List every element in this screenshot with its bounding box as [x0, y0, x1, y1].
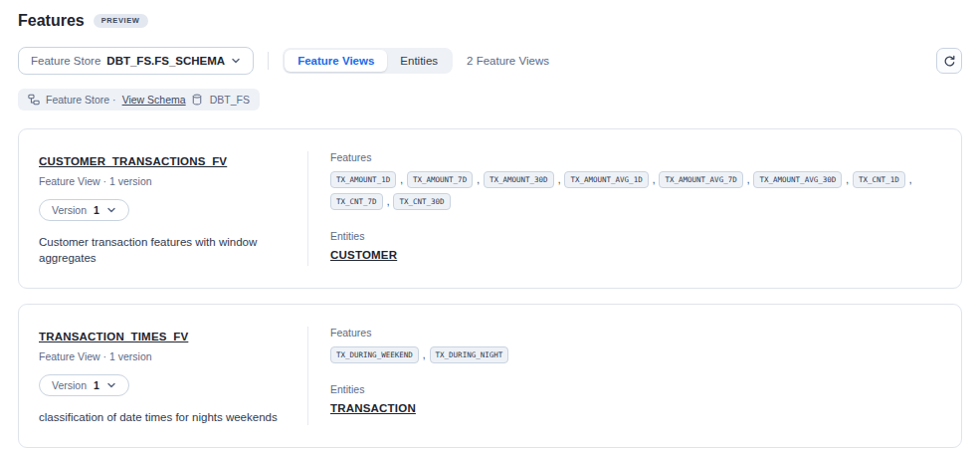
card-summary: CUSTOMER_TRANSACTIONS_FV Feature View · … — [39, 151, 307, 266]
feature-chip: TX_AMOUNT_30D — [484, 171, 554, 188]
feature-store-dropdown[interactable]: Feature Store DBT_FS.FS_SCHEMA — [18, 47, 254, 75]
feature-chip: TX_CNT_1D — [853, 171, 905, 188]
page-header: Features PREVIEW — [18, 10, 962, 32]
feature-view-link[interactable]: TRANSACTION_TIMES_FV — [39, 331, 188, 342]
entities-label: Entities — [330, 383, 941, 395]
version-dropdown[interactable]: Version 1 — [39, 374, 129, 396]
view-tabs: Feature Views Entities — [283, 48, 453, 74]
feature-chip-unit: TX_AMOUNT_7D, — [407, 171, 480, 188]
chip-separator: , — [846, 174, 849, 185]
feature-chip-unit: TX_CNT_30D — [393, 193, 450, 210]
feature-chip: TX_AMOUNT_AVG_7D — [659, 171, 742, 188]
tab-entities[interactable]: Entities — [387, 50, 451, 72]
toolbar: Feature Store DBT_FS.FS_SCHEMA Feature V… — [18, 47, 962, 75]
chip-separator: , — [747, 174, 750, 185]
view-schema-link[interactable]: View Schema — [122, 94, 186, 106]
feature-store-value: DBT_FS.FS_SCHEMA — [106, 55, 225, 67]
feature-store-label: Feature Store — [31, 55, 100, 67]
version-label: Version — [52, 204, 87, 216]
page-title: Features — [18, 12, 85, 30]
feature-chip-unit: TX_AMOUNT_30D, — [484, 171, 560, 188]
breadcrumb-database: DBT_FS — [210, 94, 250, 106]
feature-view-description: Customer transaction features with windo… — [39, 234, 288, 266]
version-dropdown[interactable]: Version 1 — [39, 199, 129, 221]
entities-label: Entities — [330, 230, 941, 242]
feature-view-link[interactable]: CUSTOMER_TRANSACTIONS_FV — [39, 155, 227, 167]
feature-view-description: classification of date times for nights … — [39, 409, 288, 425]
feature-chip-unit: TX_DURING_NIGHT — [430, 346, 509, 363]
refresh-button[interactable] — [936, 48, 962, 74]
tab-feature-views[interactable]: Feature Views — [285, 50, 387, 72]
version-label: Version — [52, 379, 87, 391]
chevron-down-icon — [106, 205, 116, 215]
chip-separator: , — [558, 174, 561, 185]
feature-view-card: TRANSACTION_TIMES_FV Feature View · 1 ve… — [18, 304, 962, 448]
breadcrumb-prefix: Feature Store · — [46, 94, 116, 106]
feature-chip-unit: TX_AMOUNT_1D, — [330, 171, 403, 188]
chip-separator: , — [423, 349, 426, 360]
chevron-down-icon — [106, 380, 116, 390]
feature-chips: TX_AMOUNT_1D,TX_AMOUNT_7D,TX_AMOUNT_30D,… — [330, 171, 941, 210]
chip-separator: , — [387, 196, 390, 207]
version-value: 1 — [94, 379, 99, 391]
feature-chip-unit: TX_AMOUNT_AVG_1D, — [564, 171, 655, 188]
feature-chip: TX_AMOUNT_AVG_30D — [753, 171, 842, 188]
version-value: 1 — [94, 204, 99, 216]
feature-chip-unit: TX_CNT_1D, — [853, 171, 911, 188]
card-details: Features TX_DURING_WEEKEND,TX_DURING_NIG… — [307, 327, 941, 425]
feature-view-card: CUSTOMER_TRANSACTIONS_FV Feature View · … — [18, 128, 962, 289]
feature-chip-unit: TX_DURING_WEEKEND, — [330, 346, 426, 363]
chip-separator: , — [909, 174, 912, 185]
toolbar-divider — [268, 52, 269, 70]
feature-chip: TX_AMOUNT_7D — [407, 171, 473, 188]
entity-link[interactable]: TRANSACTION — [330, 402, 416, 414]
database-icon — [192, 94, 202, 106]
features-page: Features PREVIEW Feature Store DBT_FS.FS… — [0, 0, 980, 454]
feature-view-list: CUSTOMER_TRANSACTIONS_FV Feature View · … — [18, 128, 962, 448]
entity-link[interactable]: CUSTOMER — [330, 249, 397, 261]
feature-chip: TX_CNT_7D — [330, 193, 383, 210]
toolbar-left: Feature Store DBT_FS.FS_SCHEMA Feature V… — [18, 47, 549, 75]
feature-chips: TX_DURING_WEEKEND,TX_DURING_NIGHT — [330, 346, 941, 363]
feature-chip: TX_CNT_30D — [393, 193, 450, 210]
chip-separator: , — [400, 174, 403, 185]
features-label: Features — [330, 151, 941, 163]
chip-separator: , — [653, 174, 656, 185]
feature-chip: TX_DURING_NIGHT — [430, 346, 509, 363]
feature-chip: TX_AMOUNT_1D — [330, 171, 396, 188]
feature-chip-unit: TX_AMOUNT_AVG_7D, — [659, 171, 749, 188]
breadcrumb-row: Feature Store · View Schema DBT_FS — [18, 89, 962, 111]
breadcrumb: Feature Store · View Schema DBT_FS — [18, 89, 260, 111]
feature-view-subtitle: Feature View · 1 version — [39, 350, 288, 362]
feature-views-count: 2 Feature Views — [467, 55, 549, 67]
features-label: Features — [330, 327, 941, 339]
refresh-icon — [943, 55, 956, 68]
schema-icon — [28, 94, 40, 106]
feature-chip-unit: TX_CNT_7D, — [330, 193, 389, 210]
feature-chip-unit: TX_AMOUNT_AVG_30D, — [753, 171, 849, 188]
chip-separator: , — [477, 174, 480, 185]
feature-view-subtitle: Feature View · 1 version — [39, 175, 288, 187]
feature-chip: TX_DURING_WEEKEND — [330, 346, 419, 363]
card-details: Features TX_AMOUNT_1D,TX_AMOUNT_7D,TX_AM… — [307, 151, 941, 266]
feature-chip: TX_AMOUNT_AVG_1D — [564, 171, 648, 188]
preview-badge: PREVIEW — [94, 14, 148, 28]
card-summary: TRANSACTION_TIMES_FV Feature View · 1 ve… — [39, 327, 307, 425]
chevron-down-icon — [231, 56, 241, 66]
